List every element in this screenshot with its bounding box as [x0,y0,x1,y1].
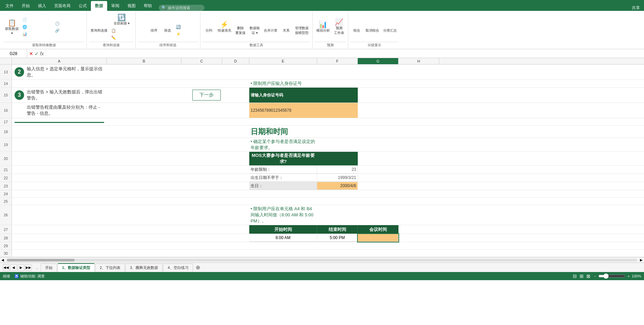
cell-E23[interactable]: 生日： [249,182,317,190]
cell-B21[interactable] [107,166,181,174]
cell-C19[interactable] [181,138,222,151]
cell-E14[interactable]: • 限制用户应输入身份证号 [249,80,317,87]
cell-F16[interactable] [317,103,358,118]
row-header-23[interactable]: 23 [0,182,12,190]
zoom-slider[interactable] [598,273,625,279]
tab-data[interactable]: 数据 [91,1,107,11]
cell-C14[interactable] [181,80,222,87]
scroll-tabs-next[interactable]: ▶ [18,264,24,271]
sort-az-button[interactable]: ↑AZ [138,13,147,27]
cell-D30[interactable] [222,250,249,257]
row-header-28[interactable]: 28 [0,234,12,242]
cell-G23[interactable] [358,182,398,190]
confirm-formula-icon[interactable]: ✓ [35,51,39,56]
cell-B13[interactable] [107,65,181,79]
cell-H20[interactable] [398,152,439,165]
sheet-tab-blank[interactable]: 4、空白练习 [163,264,193,272]
cell-G29[interactable] [358,242,398,249]
cell-H22[interactable] [398,174,439,182]
cell-A13[interactable]: 2 输入信息 > 选定单元格时，显示提示信息。 [12,65,107,79]
tab-home[interactable]: 开始 [18,1,34,11]
manage-model-button[interactable]: 🗂 管理数据据模型型 [293,18,310,36]
cell-H24[interactable] [398,190,439,197]
row-header-18[interactable]: 18 [0,126,12,138]
cell-H27[interactable] [398,225,439,234]
col-header-G[interactable]: G [358,58,398,64]
col-header-H[interactable]: H [398,58,439,64]
cell-D16[interactable] [222,103,249,118]
cell-H28[interactable] [398,234,439,242]
cell-D17[interactable] [222,118,249,125]
formula-input[interactable] [46,51,644,56]
cell-C18[interactable] [181,126,222,138]
share-button[interactable]: 共享 [629,5,643,11]
cell-F17[interactable] [317,118,358,125]
tab-review[interactable]: 审阅 [107,1,123,11]
next-button[interactable]: 下一步 [192,90,221,101]
cell-C16[interactable] [181,103,222,118]
corner-cell[interactable] [0,58,12,64]
cell-F30[interactable] [317,250,358,257]
cell-F28[interactable]: 5:00 PM [317,234,358,242]
cell-F29[interactable] [317,242,358,249]
ellipsis-nav[interactable]: ... [34,265,40,270]
tab-insert[interactable]: 插入 [34,1,50,11]
cell-A22[interactable] [12,174,107,182]
tab-page-layout[interactable]: 页面布局 [50,1,75,11]
cell-E30[interactable] [249,250,317,257]
name-box[interactable]: G28 [0,49,27,58]
cell-G14[interactable] [358,80,398,87]
existing-connections-button[interactable]: 🔗 现有连接 [54,28,84,34]
scroll-tabs-left[interactable]: ◀◀ [3,264,9,271]
cell-A30[interactable] [12,250,107,257]
cell-C30[interactable] [181,250,222,257]
cell-H17[interactable] [398,118,439,125]
cell-F15[interactable] [317,88,358,103]
cell-D29[interactable] [222,242,249,249]
cell-A26[interactable] [12,205,107,225]
row-header-22[interactable]: 22 [0,174,12,182]
cell-H21[interactable] [398,166,439,174]
cell-F13[interactable] [317,65,358,79]
cell-E15[interactable]: 请输入身份证号码 [249,88,317,103]
sheet-tab-dropdown[interactable]: 2、下拉列表 [95,264,125,272]
cell-E16[interactable]: 123456789012345678 [249,103,317,118]
cell-G28[interactable] [358,234,398,242]
row-header-16[interactable]: 16 [0,103,12,118]
data-validation-button[interactable]: ✔ 数据验证 ▾ [248,18,261,36]
cell-C28[interactable] [181,234,222,242]
cell-A23[interactable] [12,182,107,190]
tab-formula[interactable]: 公式 [75,1,91,11]
tab-file[interactable]: 文件 [1,1,18,11]
zoom-in-button[interactable]: ＋ [627,274,630,279]
scroll-right-btn[interactable]: ▶ [639,258,644,262]
cell-E21[interactable]: 年龄限制： [249,166,317,174]
cell-F26[interactable] [317,205,358,225]
row-header-24[interactable]: 24 [0,190,12,197]
cell-F19[interactable] [317,138,358,151]
cell-D18[interactable] [222,126,249,138]
cell-G20[interactable] [358,152,398,165]
cell-C27[interactable] [181,225,222,234]
cell-A15[interactable]: 3 出错警告 > 输入无效数据后，弹出出错警告。 [12,88,107,103]
cell-A20[interactable] [12,152,107,165]
cell-H14[interactable] [398,80,439,87]
cell-H30[interactable] [398,250,439,257]
cell-H19[interactable] [398,138,439,151]
from-text-button[interactable]: 📄 从文本/CSV [21,17,53,23]
cell-C15[interactable]: 下一步 [181,88,222,103]
cell-E29[interactable] [249,242,317,249]
tab-view[interactable]: 视图 [123,1,140,11]
cell-D28[interactable] [222,234,249,242]
cell-E18[interactable]: 日期和时间 [249,126,317,138]
cell-C20[interactable] [181,152,222,165]
consolidate-button[interactable]: ⊞ 合并计算 [262,20,279,34]
cell-D23[interactable] [222,182,249,190]
reapply-button[interactable]: 🔄 重新应用 [175,24,198,30]
get-data-button[interactable]: 📋 获取数据▾ [3,18,20,36]
sheet-tab-circle[interactable]: 3、圈释无效数据 [125,264,162,272]
cell-D24[interactable] [222,190,249,197]
subtotal-button[interactable]: Σ 分类汇总 [382,20,398,34]
cell-A27[interactable] [12,225,107,234]
recent-sources-button[interactable]: 🕐 最近使用的源 [54,20,84,27]
